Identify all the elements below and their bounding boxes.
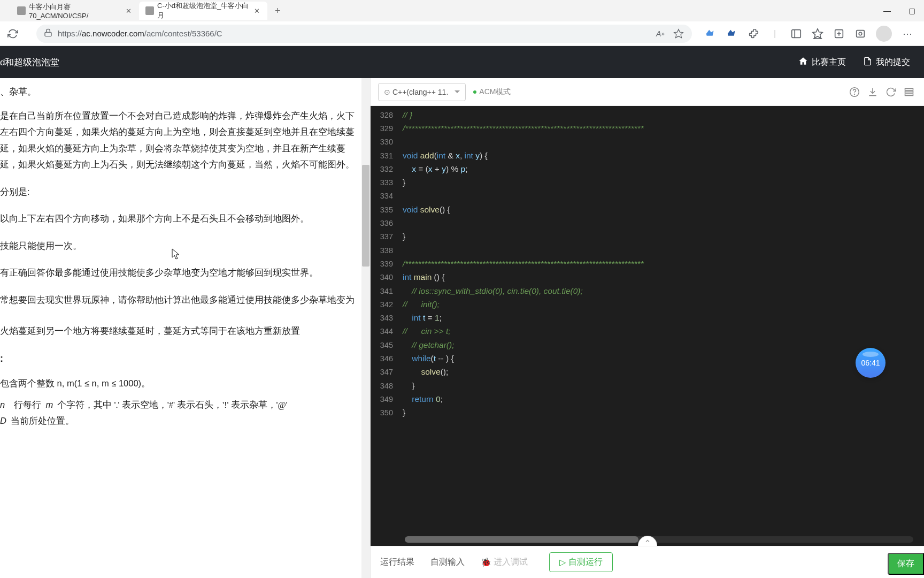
line-content: solve();: [403, 367, 448, 377]
play-icon: ▷: [559, 557, 566, 567]
line-content: // init();: [403, 300, 440, 309]
acm-mode-indicator[interactable]: ACM模式: [473, 87, 511, 97]
problem-text: 分别是:: [0, 184, 356, 200]
profile-avatar[interactable]: [876, 26, 892, 42]
my-submissions-link[interactable]: 我的提交: [863, 56, 910, 68]
url-text: https://ac.nowcoder.com/acm/contest/5336…: [58, 29, 222, 38]
settings-icon[interactable]: [904, 87, 914, 97]
tab-self-input[interactable]: 自测输入: [430, 553, 465, 571]
bird-icon-light[interactable]: [705, 28, 717, 40]
line-content: }: [403, 408, 405, 417]
code-line[interactable]: 330: [371, 135, 924, 149]
line-content: /***************************************…: [403, 259, 644, 269]
line-number: 328: [371, 111, 403, 119]
tab-debug: 🐞 进入调试: [481, 553, 528, 571]
editor-panel: ⊙ C++(clang++ 11. ACM模式 328// }329/***: [370, 78, 924, 578]
code-line[interactable]: 339/************************************…: [371, 257, 924, 270]
close-icon[interactable]: ✕: [125, 6, 133, 15]
editor-bottom-bar: 运行结果 自测输入 🐞 进入调试 ▷ 自测运行 保存: [371, 546, 924, 578]
tab-favicon: [145, 6, 154, 15]
tab-title: C-小d和超级泡泡堂_牛客小白月: [157, 1, 250, 20]
code-line[interactable]: 346 while(t -- ) {: [371, 352, 924, 365]
code-line[interactable]: 329/************************************…: [371, 121, 924, 135]
code-line[interactable]: 328// }: [371, 108, 924, 121]
code-line[interactable]: 341 // ios::sync_with_stdio(0), cin.tie(…: [371, 284, 924, 298]
editor-toolbar: ⊙ C++(clang++ 11. ACM模式: [371, 78, 924, 106]
help-icon[interactable]: [849, 87, 860, 97]
bird-icon-dark[interactable]: [726, 28, 738, 40]
svg-rect-13: [905, 88, 913, 90]
code-line[interactable]: 343 int t = 1;: [371, 311, 924, 324]
line-content: while(t -- ) {: [403, 354, 454, 363]
maximize-button[interactable]: ▢: [899, 0, 924, 21]
code-line[interactable]: 337}: [371, 230, 924, 244]
close-icon[interactable]: ✕: [253, 6, 261, 15]
svg-rect-15: [905, 94, 913, 95]
code-line[interactable]: 349 return 0;: [371, 392, 924, 406]
reader-icon[interactable]: A»: [654, 28, 666, 40]
editor-hscroll-thumb[interactable]: [405, 536, 638, 543]
code-line[interactable]: 335void solve() {: [371, 203, 924, 216]
line-number: 330: [371, 138, 403, 146]
code-line[interactable]: 336: [371, 216, 924, 230]
code-line[interactable]: 334: [371, 189, 924, 203]
timer-widget[interactable]: 06:41: [856, 348, 886, 378]
code-line[interactable]: 342// init();: [371, 298, 924, 311]
browser-tab-inactive[interactable]: 牛客小白月赛70_ACM/NOI/CSP/ ✕: [11, 2, 139, 20]
line-number: 350: [371, 408, 403, 417]
line-number: 346: [371, 354, 403, 363]
main-split: 、杂草。 是在自己当前所在位置放置一个不会对自己造成影响的炸弹，炸弹爆炸会产生火…: [0, 78, 924, 578]
sidebar-icon[interactable]: [790, 28, 802, 40]
line-number: 335: [371, 206, 403, 214]
refresh-icon[interactable]: [7, 28, 18, 39]
line-content: // getchar();: [403, 340, 454, 350]
more-icon[interactable]: ⋯: [902, 28, 913, 40]
contest-home-link[interactable]: 比赛主页: [798, 56, 846, 68]
download-icon[interactable]: [867, 87, 878, 97]
problem-text: 技能只能使用一次。: [0, 238, 356, 254]
address-bar[interactable]: https://ac.nowcoder.com/acm/contest/5336…: [36, 25, 692, 43]
tab-run-result[interactable]: 运行结果: [380, 553, 414, 571]
code-line[interactable]: 340int main () {: [371, 271, 924, 284]
language-select[interactable]: ⊙ C++(clang++ 11.: [378, 83, 466, 101]
scrollbar-track[interactable]: [361, 78, 370, 578]
favorites-bar-icon[interactable]: [812, 28, 823, 40]
code-line[interactable]: 347 solve();: [371, 366, 924, 379]
favorite-icon[interactable]: [673, 28, 684, 40]
downloads-icon[interactable]: [854, 28, 866, 40]
editor-hscrollbar[interactable]: [405, 536, 913, 543]
window-controls: — ▢: [875, 0, 924, 21]
code-line[interactable]: 350}: [371, 406, 924, 420]
line-content: return 0;: [403, 394, 443, 404]
code-line[interactable]: 348 }: [371, 379, 924, 392]
line-number: 342: [371, 300, 403, 309]
svg-rect-9: [857, 30, 865, 37]
code-line[interactable]: 344// cin >> t;: [371, 325, 924, 338]
new-tab-button[interactable]: +: [271, 3, 285, 19]
code-line[interactable]: 331void add(int & x, int y) {: [371, 149, 924, 162]
line-number: 337: [371, 232, 403, 241]
line-number: 349: [371, 395, 403, 404]
save-button[interactable]: 保存: [888, 553, 924, 575]
code-editor[interactable]: 328// }329/*****************************…: [371, 106, 924, 546]
scrollbar-thumb[interactable]: [362, 165, 369, 267]
code-line[interactable]: 338: [371, 244, 924, 257]
problem-panel: 、杂草。 是在自己当前所在位置放置一个不会对自己造成影响的炸弹，炸弹爆炸会产生火…: [0, 78, 370, 578]
code-line[interactable]: 333}: [371, 176, 924, 189]
code-line[interactable]: 332 x = (x + y) % p;: [371, 162, 924, 176]
line-content: }: [403, 178, 405, 187]
collections-icon[interactable]: [833, 28, 845, 40]
code-line[interactable]: 345 // getchar();: [371, 338, 924, 352]
line-number: 344: [371, 327, 403, 336]
minimize-button[interactable]: —: [875, 0, 899, 21]
svg-rect-0: [45, 32, 51, 36]
problem-text: 以向上下左右四个方向移动，如果那个方向上不是石头且不会移动到地图外。: [0, 210, 356, 227]
self-test-button[interactable]: ▷ 自测运行: [549, 552, 613, 572]
problem-text: 火焰蔓延到另一个地方将要继续蔓延时，蔓延方式等同于在该地方重新放置: [0, 323, 356, 339]
extensions-icon[interactable]: [748, 28, 759, 40]
browser-tab-active[interactable]: C-小d和超级泡泡堂_牛客小白月 ✕: [139, 2, 267, 20]
problem-text: 包含两个整数 n, m(1 ≤ n, m ≤ 1000)。: [0, 375, 356, 392]
reset-icon[interactable]: [886, 87, 896, 97]
line-content: }: [403, 232, 405, 241]
line-content: /***************************************…: [403, 124, 644, 133]
